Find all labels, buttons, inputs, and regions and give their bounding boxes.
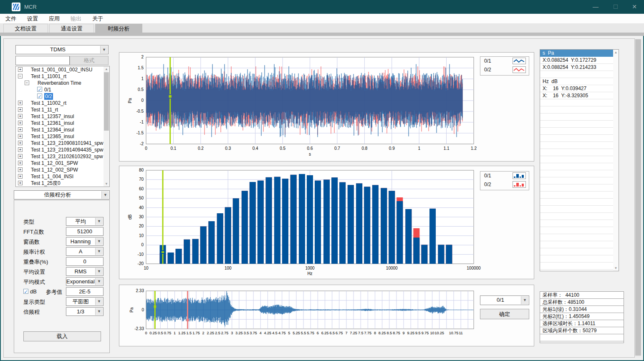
filter-input[interactable] <box>15 56 70 65</box>
expand-icon[interactable]: + <box>18 134 23 139</box>
tree-item[interactable]: +Test 1_12_001_SPW <box>16 160 109 167</box>
readout-row-empty <box>540 192 619 199</box>
form-input-FFT点数[interactable]: 51200 <box>66 227 104 236</box>
analysis-type-select[interactable]: 倍频程分析 ▼ <box>14 190 110 199</box>
overview-channel-select[interactable]: 0/1 ▼ <box>480 295 529 305</box>
expand-icon[interactable]: + <box>18 174 23 179</box>
readout-scrollbar[interactable]: ▲ ▼ <box>613 50 619 271</box>
expand-icon[interactable]: + <box>18 67 23 72</box>
confirm-button[interactable]: 确定 <box>480 309 529 319</box>
load-button[interactable]: 载入 <box>23 331 101 341</box>
menu-item-关于[interactable]: 关于 <box>87 14 109 24</box>
format-button[interactable]: 格式 <box>70 56 109 65</box>
menu-item-应用[interactable]: 应用 <box>43 14 65 24</box>
tree-item[interactable]: +Test 1_11_rt <box>16 106 109 113</box>
svg-text:60: 60 <box>139 187 144 191</box>
time-waveform-chart[interactable]: 21.510.50-0.5-1-1.5-200.10.20.30.40.50.6… <box>119 52 534 162</box>
cursor-readout-list[interactable]: s PaX:0.088254 Y:0.172729X:0.088254 Y:0.… <box>540 49 619 271</box>
scroll-up-icon[interactable]: ▲ <box>613 50 619 55</box>
bar-series-icon <box>513 181 526 188</box>
scroll-down-icon[interactable]: ▼ <box>613 265 619 271</box>
chevron-down-icon: ▼ <box>95 278 103 285</box>
tree-item[interactable]: +Test 1_1_004_INSI <box>16 173 109 180</box>
readout-row-empty <box>540 128 619 135</box>
menu-item-设置[interactable]: 设置 <box>22 14 43 24</box>
tree-item[interactable]: −Test 1_11001_rt <box>16 73 109 80</box>
expand-icon[interactable]: + <box>18 121 23 125</box>
form-select-倍频程[interactable]: 1/3▼ <box>66 307 104 316</box>
form-select-频率计权[interactable]: A▼ <box>66 247 104 256</box>
svg-text:8.75: 8.75 <box>393 331 400 335</box>
menu-item-文件[interactable]: 文件 <box>0 14 22 24</box>
tab-通道设置[interactable]: 通道设置 <box>49 24 94 33</box>
tree-item[interactable]: +Test 1_12_002_SPW <box>16 167 109 173</box>
file-format-select[interactable]: TDMS ▼ <box>15 45 109 54</box>
file-tree[interactable]: +Test 1_001_001_002_INSU−Test 1_11001_rt… <box>15 66 110 187</box>
readout-row: Hz dB <box>540 78 619 85</box>
tree-item[interactable]: ✓0/1 <box>16 86 109 93</box>
tree-item[interactable]: +Test 1_25度0 <box>16 180 109 187</box>
tree-item[interactable]: +Test 1_123_211026102932_spw <box>16 153 109 160</box>
tree-item[interactable]: +Test 1_12357_insul <box>16 113 109 120</box>
tree-item[interactable]: +Test 1_11002_rt <box>16 100 109 106</box>
form-select-类型[interactable]: 平均▼ <box>66 217 104 226</box>
expand-icon[interactable]: + <box>18 167 23 172</box>
readout-row-empty <box>540 255 619 263</box>
form-select-平均设置[interactable]: RMS▼ <box>66 267 104 276</box>
db-checkbox[interactable]: ✓ <box>23 289 28 294</box>
tree-item[interactable]: +Test 1_12365_insul <box>16 133 109 140</box>
expand-icon[interactable]: + <box>18 147 23 152</box>
expand-icon[interactable]: + <box>18 107 23 112</box>
readout-row-empty <box>540 114 619 121</box>
main-content: TDMS ▼ 格式 +Test 1_001_001_002_INSU−Test … <box>0 36 644 361</box>
svg-text:80: 80 <box>139 168 144 172</box>
form-input-参考值[interactable]: 2E-5 <box>66 287 104 296</box>
spectrum-chart[interactable]: 80706050403020100-10-2010100100010000100… <box>119 166 534 279</box>
tree-item[interactable]: −Reverberation Time <box>16 80 109 86</box>
channel-checkbox[interactable]: ✓ <box>37 87 42 92</box>
tree-item[interactable]: +Test 1_123_210914094435_spw <box>16 146 109 153</box>
expand-icon[interactable]: + <box>18 161 23 165</box>
overview-waveform-chart[interactable]: 00.250.50.7511.251.51.7522.252.52.7533.2… <box>119 285 534 346</box>
tree-item[interactable]: +Test 1_12361_insul <box>16 120 109 126</box>
expand-icon[interactable]: + <box>18 141 23 145</box>
svg-text:2: 2 <box>202 331 205 335</box>
tree-item[interactable]: ✓0/2 <box>16 93 109 100</box>
tree-item[interactable]: +Test 1_12364_insul <box>16 126 109 133</box>
expand-icon[interactable]: + <box>18 127 23 132</box>
page-scrollbar[interactable] <box>635 38 641 358</box>
form-row-FFT点数: FFT点数51200 <box>14 227 110 236</box>
channel-checkbox[interactable]: ✓ <box>37 93 42 98</box>
scroll-up-icon[interactable]: ▲ <box>104 66 109 72</box>
maximize-button[interactable]: ☐ <box>606 0 625 14</box>
scroll-down-icon[interactable]: ▼ <box>104 181 109 187</box>
form-label: 倍频程 <box>23 308 40 316</box>
expand-icon[interactable]: + <box>18 114 23 119</box>
close-button[interactable]: ✕ <box>625 0 644 14</box>
minimize-button[interactable]: — <box>586 0 605 14</box>
svg-text:4.25: 4.25 <box>264 331 272 335</box>
svg-text:0.5: 0.5 <box>158 331 163 335</box>
form-select-平均模式[interactable]: Exponential▼ <box>66 277 104 286</box>
form-select-显示类型[interactable]: 平面图▼ <box>66 297 104 306</box>
form-input-重叠率(%)[interactable]: 0 <box>66 257 104 266</box>
expand-icon[interactable]: + <box>18 154 23 159</box>
tree-scrollbar[interactable]: ▲ ▼ <box>104 66 109 187</box>
collapse-icon[interactable]: − <box>25 81 29 85</box>
form-label: 显示类型 <box>23 298 45 306</box>
tree-item[interactable]: +Test 1_001_001_002_INSU <box>16 66 109 73</box>
form-select-窗函数[interactable]: Hanning▼ <box>66 237 104 246</box>
expand-icon[interactable]: + <box>18 181 23 185</box>
tree-item[interactable]: +Test 1_123_210908101941_spw <box>16 140 109 146</box>
collapse-icon[interactable]: − <box>18 74 23 78</box>
svg-text:8.5: 8.5 <box>386 331 392 335</box>
form-select-value: Hanning <box>66 237 95 245</box>
tree-item-label: Test 1_12_001_SPW <box>31 160 78 167</box>
tab-文档设置[interactable]: 文档设置 <box>3 24 48 33</box>
menu-item-输出[interactable]: 输出 <box>65 14 87 24</box>
svg-text:0: 0 <box>141 242 144 247</box>
tab-时频分析[interactable]: 时频分析 <box>95 24 142 33</box>
svg-text:1: 1 <box>141 76 144 81</box>
waveform-legend: 0/10/2 <box>480 56 529 76</box>
expand-icon[interactable]: + <box>18 101 23 105</box>
